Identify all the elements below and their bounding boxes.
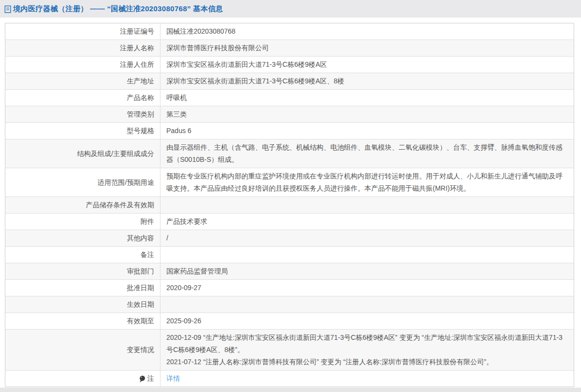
table-row: 型号规格Padus 6	[5, 123, 574, 139]
row-label-text: 注册人名称	[120, 42, 154, 54]
row-value-line: 2020-12-09 “生产地址:深圳市宝安区福永街道新田大道71-3号C栋6楼…	[166, 332, 568, 356]
row-value: 2020-12-09 “生产地址:深圳市宝安区福永街道新田大道71-3号C栋6楼…	[160, 330, 574, 370]
row-value-text: 2025-09-26	[166, 315, 568, 327]
bottom-strip	[0, 388, 581, 392]
row-value-text: 预期在专业医疗机构内部的重症监护环境使用或在专业医疗机构内部进行转运时使用。用于…	[166, 170, 568, 195]
row-label-text: 注册证编号	[120, 25, 154, 38]
row-label-text: 生效日期	[127, 298, 154, 311]
row-label-text: 产品名称	[127, 92, 154, 104]
table-row: 产品名称呼吸机	[5, 90, 574, 106]
table-row: 适用范围/预期用途预期在专业医疗机构内部的重症监护环境使用或在专业医疗机构内部进…	[5, 168, 574, 197]
row-value: /	[160, 230, 574, 246]
page-header-band: 境内医疗器械（注册） —— “国械注准20203080768” 基本信息	[0, 0, 581, 18]
row-value: 第三类	[160, 106, 574, 122]
row-label-text: 管理类别	[127, 108, 154, 120]
row-value-text: /	[166, 232, 568, 244]
row-value	[160, 247, 574, 263]
row-label-text: 结构及组成/主要组成成分	[77, 148, 154, 160]
row-value: 产品技术要求	[160, 214, 574, 230]
row-value-text: 国家药品监督管理局	[166, 265, 568, 277]
row-label-text: 附件	[140, 216, 154, 228]
row-value: Padus 6	[160, 123, 574, 139]
table-row: 注册人名称深圳市普博医疗科技股份有限公司	[5, 40, 574, 57]
table-row: 注详情	[5, 371, 574, 387]
table-row: 管理类别第三类	[5, 106, 574, 123]
row-label-text: 型号规格	[127, 125, 154, 137]
row-value: 深圳市普博医疗科技股份有限公司	[160, 40, 574, 56]
table-row: 审批部门国家药品监督管理局	[5, 263, 574, 280]
row-value-text: 2020-09-27	[166, 282, 568, 294]
row-value: 2020-09-27	[160, 280, 574, 296]
table-row: 生产地址深圳市宝安区福永街道新田大道71-3号C栋6楼9楼A区、8楼	[5, 73, 574, 90]
table-row: 产品储存条件及有效期	[5, 197, 574, 214]
row-label-text: 审批部门	[127, 265, 154, 277]
note-balloon-icon	[139, 375, 145, 383]
table-row: 其他内容/	[5, 230, 574, 247]
table-row: 注册证编号国械注准20203080768	[5, 23, 574, 40]
row-label: 生产地址	[5, 73, 160, 89]
table-row: 有效期至2025-09-26	[5, 313, 574, 330]
row-label-text: 有效期至	[127, 315, 154, 327]
page-title: 境内医疗器械（注册） —— “国械注准20203080768” 基本信息	[4, 4, 223, 14]
row-value: 预期在专业医疗机构内部的重症监护环境使用或在专业医疗机构内部进行转运时使用。用于…	[160, 168, 574, 196]
page-title-text: 境内医疗器械（注册） —— “国械注准20203080768” 基本信息	[13, 4, 223, 14]
row-value: 国械注准20203080768	[160, 23, 574, 39]
table-row: 批准日期2020-09-27	[5, 280, 574, 296]
row-label-text: 注	[147, 372, 154, 385]
row-label: 注	[5, 371, 160, 387]
row-label: 注册人名称	[5, 40, 160, 56]
row-label-text: 生产地址	[127, 75, 154, 87]
row-value-line: 2021-07-12 “注册人名称:深圳市普博科技有限公司” 变更为 “注册人名…	[166, 356, 568, 368]
document-icon	[4, 5, 11, 13]
row-value: 呼吸机	[160, 90, 574, 106]
row-label: 结构及组成/主要组成成分	[5, 139, 160, 168]
row-label: 其他内容	[5, 230, 160, 246]
row-value: 深圳市宝安区福永街道新田大道71-3号C栋6楼9楼A区、8楼	[160, 73, 574, 89]
table-row: 生效日期	[5, 296, 574, 313]
row-label-text: 变更情况	[127, 344, 154, 356]
row-label: 产品名称	[5, 90, 160, 106]
table-row: 注册人住所深圳市宝安区福永街道新田大道71-3号C栋6楼9楼A区	[5, 57, 574, 73]
row-label-text: 适用范围/预期用途	[98, 176, 154, 189]
row-value: 2025-09-26	[160, 313, 574, 329]
row-label: 型号规格	[5, 123, 160, 139]
row-label-text: 备注	[140, 249, 154, 261]
table-row: 结构及组成/主要组成成分由显示器组件、主机（含气路、电子系统、机械结构、电池组件…	[5, 139, 574, 168]
row-label: 有效期至	[5, 313, 160, 329]
table-row: 备注	[5, 247, 574, 263]
row-label-text: 注册人住所	[120, 59, 154, 71]
row-label: 批准日期	[5, 280, 160, 296]
row-value-text: 产品技术要求	[166, 216, 568, 228]
row-value-text: 呼吸机	[166, 92, 568, 104]
row-label: 注册人住所	[5, 57, 160, 73]
row-label-text: 其他内容	[127, 232, 154, 244]
row-label-text: 批准日期	[127, 282, 154, 294]
row-value-text: Padus 6	[166, 125, 568, 137]
row-value: 详情	[160, 371, 574, 387]
row-label: 管理类别	[5, 106, 160, 122]
row-value-text: 深圳市宝安区福永街道新田大道71-3号C栋6楼9楼A区、8楼	[166, 75, 568, 87]
row-value-text: 由显示器组件、主机（含气路、电子系统、机械结构、电池组件、血氧模块、二氧化碳模块…	[166, 141, 568, 166]
details-link[interactable]: 详情	[166, 372, 568, 385]
row-label: 备注	[5, 247, 160, 263]
row-label: 注册证编号	[5, 23, 160, 39]
row-label: 变更情况	[5, 330, 160, 370]
row-value-text: 国械注准20203080768	[166, 25, 568, 38]
row-value-text: 深圳市宝安区福永街道新田大道71-3号C栋6楼9楼A区	[166, 59, 568, 71]
table-row: 变更情况2020-12-09 “生产地址:深圳市宝安区福永街道新田大道71-3号…	[5, 330, 574, 371]
row-label: 产品储存条件及有效期	[5, 197, 160, 213]
row-label: 生效日期	[5, 296, 160, 313]
row-value: 国家药品监督管理局	[160, 263, 574, 279]
row-label: 附件	[5, 214, 160, 230]
row-value	[160, 296, 574, 313]
main-content: 注册证编号国械注准20203080768注册人名称深圳市普博医疗科技股份有限公司…	[0, 18, 581, 387]
row-value: 深圳市宝安区福永街道新田大道71-3号C栋6楼9楼A区	[160, 57, 574, 73]
row-value-text: 第三类	[166, 108, 568, 120]
row-value-text: 深圳市普博医疗科技股份有限公司	[166, 42, 568, 54]
row-label: 适用范围/预期用途	[5, 168, 160, 196]
row-value	[160, 197, 574, 213]
table-row: 附件产品技术要求	[5, 214, 574, 230]
row-label-text: 产品储存条件及有效期	[86, 199, 154, 211]
row-value: 由显示器组件、主机（含气路、电子系统、机械结构、电池组件、血氧模块、二氧化碳模块…	[160, 139, 574, 168]
info-table: 注册证编号国械注准20203080768注册人名称深圳市普博医疗科技股份有限公司…	[5, 23, 574, 387]
